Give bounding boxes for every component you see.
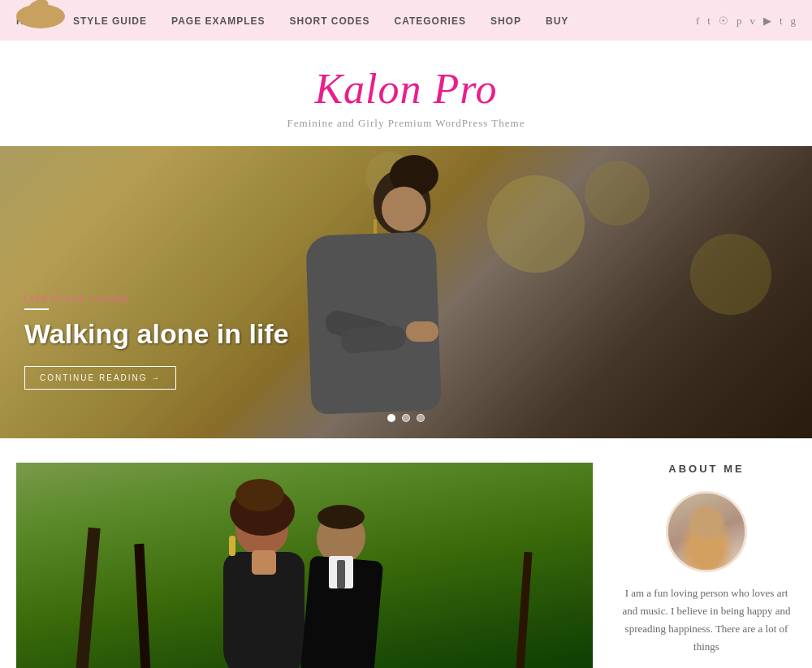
instagram-icon[interactable]: ☉ xyxy=(719,15,728,27)
about-widget: ABOUT ME I am a fun loving person who lo… xyxy=(617,463,796,656)
nav-categories[interactable]: CATEGORIES xyxy=(395,15,466,27)
nav-buy[interactable]: BUY xyxy=(546,15,568,27)
hero-divider xyxy=(24,308,49,310)
nav-page-examples[interactable]: PAGE EXAMPLES xyxy=(171,15,265,27)
main-nav: HOME STYLE GUIDE PAGE EXAMPLES SHORT COD… xyxy=(0,0,812,41)
pinterest-icon[interactable]: p xyxy=(736,15,742,27)
hero-content: LIFESTYLE LIVING Walking alone in life C… xyxy=(24,294,289,390)
hero-image: LIFESTYLE LIVING Walking alone in life C… xyxy=(0,146,812,438)
hero-dot-1[interactable] xyxy=(387,414,395,422)
hero-dots xyxy=(387,414,425,422)
hero-dot-2[interactable] xyxy=(402,414,410,422)
facebook-icon[interactable]: f xyxy=(696,15,699,27)
nav-links: HOME STYLE GUIDE PAGE EXAMPLES SHORT COD… xyxy=(16,13,568,28)
blog-area xyxy=(16,463,593,668)
post-image-inner xyxy=(16,463,593,668)
nav-shop[interactable]: SHOP xyxy=(490,15,521,27)
nav-short-codes[interactable]: SHORT CODES xyxy=(289,15,369,27)
twitter-icon[interactable]: t xyxy=(707,15,710,27)
site-title: Kalon Pro xyxy=(16,65,796,113)
nav-style-guide[interactable]: STYLE GUIDE xyxy=(73,15,147,27)
about-text: I am a fun loving person who loves art a… xyxy=(617,584,796,656)
site-header: Kalon Pro Feminine and Girly Premium Wor… xyxy=(0,41,812,146)
hero-category: LIFESTYLE LIVING xyxy=(24,294,289,304)
social-links: f t ☉ p v ▶ t g xyxy=(696,13,796,28)
hero-dot-3[interactable] xyxy=(417,414,425,422)
hero-overlay xyxy=(0,146,812,438)
tumblr-icon[interactable]: t xyxy=(780,15,783,27)
about-avatar xyxy=(666,491,747,572)
site-tagline: Feminine and Girly Premium WordPress The… xyxy=(16,117,796,130)
post-featured-image xyxy=(16,463,593,668)
about-widget-title: ABOUT ME xyxy=(617,463,796,475)
main-content: ABOUT ME I am a fun loving person who lo… xyxy=(0,438,812,668)
youtube-icon[interactable]: ▶ xyxy=(763,15,771,27)
hero-slider: LIFESTYLE LIVING Walking alone in life C… xyxy=(0,146,812,438)
googleplus-icon[interactable]: g xyxy=(791,15,797,27)
hero-title: Walking alone in life xyxy=(24,318,289,350)
hero-continue-reading-button[interactable]: CONTINUE READING → xyxy=(24,366,176,390)
vimeo-icon[interactable]: v xyxy=(749,15,755,27)
sidebar: ABOUT ME I am a fun loving person who lo… xyxy=(617,463,796,668)
